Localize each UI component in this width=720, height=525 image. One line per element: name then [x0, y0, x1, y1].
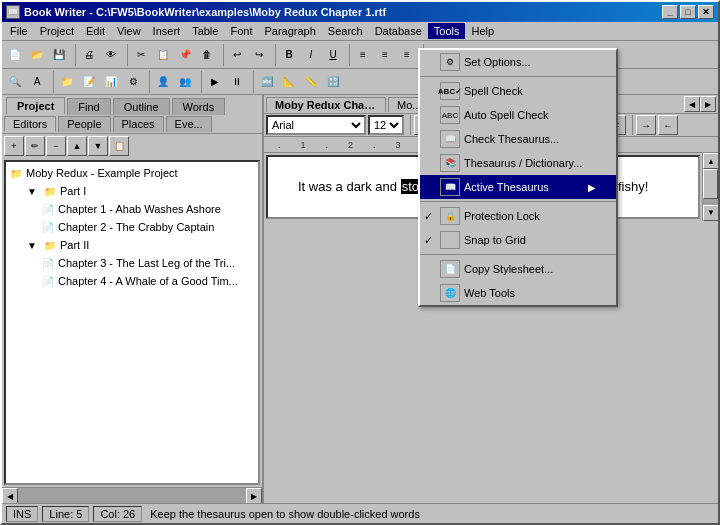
open-button[interactable]: 📂 [26, 44, 48, 66]
extra-btn3[interactable]: 🔤 [256, 71, 278, 93]
project-btn3[interactable]: 📊 [100, 71, 122, 93]
toolbar-sep1 [72, 44, 76, 66]
copy-button[interactable]: 📋 [152, 44, 174, 66]
paste-button[interactable]: 📌 [174, 44, 196, 66]
subtab-places[interactable]: Places [113, 116, 164, 132]
doc-tab-prev[interactable]: ◀ [684, 96, 700, 112]
doc-tab-1[interactable]: Moby Redux Chapter 1.rtf [266, 97, 386, 112]
underline-tb-button[interactable]: U [322, 44, 344, 66]
tree-part1[interactable]: ▼ 📁 Part I [8, 182, 256, 200]
menu-protection-lock[interactable]: 🔒 Protection Lock [420, 204, 616, 228]
extra-btn5[interactable]: 📏 [300, 71, 322, 93]
preview-button[interactable]: 👁 [100, 44, 122, 66]
extra-btn6[interactable]: 🔡 [322, 71, 344, 93]
tree-edit-button[interactable]: ✏ [25, 136, 45, 156]
menu-insert[interactable]: Insert [147, 23, 187, 39]
menu-spell-check[interactable]: ABC✓ Spell Check [420, 79, 616, 103]
menu-set-options[interactable]: ⚙ Set Options... [420, 50, 616, 74]
tree-ch2[interactable]: 📄 Chapter 2 - The Crabby Captain [8, 218, 256, 236]
extra-btn4[interactable]: 📐 [278, 71, 300, 93]
root-label: Moby Redux - Example Project [26, 167, 178, 179]
menu-project[interactable]: Project [34, 23, 80, 39]
menu-thesaurus-dict[interactable]: 📚 Thesaurus / Dictionary... [420, 151, 616, 175]
tree-ch1[interactable]: 📄 Chapter 1 - Ahab Washes Ashore [8, 200, 256, 218]
menu-sep1 [420, 76, 616, 77]
protection-lock-label: Protection Lock [464, 210, 540, 222]
outdent-button[interactable]: ← [658, 115, 678, 135]
menu-copy-stylesheet[interactable]: 📄 Copy Stylesheet... [420, 257, 616, 281]
new-button[interactable]: 📄 [4, 44, 26, 66]
tab-find[interactable]: Find [67, 98, 110, 115]
menu-auto-spell[interactable]: ABC Auto Spell Check [420, 103, 616, 127]
size-select[interactable]: 12 [368, 115, 404, 135]
media-btn2[interactable]: ⏸ [226, 71, 248, 93]
vscroll-down[interactable]: ▼ [703, 205, 718, 221]
left-panel: Project Find Outline Words Editors Peopl… [2, 95, 264, 503]
menu-search[interactable]: Search [322, 23, 369, 39]
menu-active-thesaurus[interactable]: 📖 Active Thesaurus ▶ [420, 175, 616, 199]
save-button[interactable]: 💾 [48, 44, 70, 66]
tree-ch3[interactable]: 📄 Chapter 3 - The Last Leg of the Tri... [8, 254, 256, 272]
tree-ch4[interactable]: 📄 Chapter 4 - A Whale of a Good Tim... [8, 272, 256, 290]
menu-edit[interactable]: Edit [80, 23, 111, 39]
extra-btn2[interactable]: 👥 [174, 71, 196, 93]
tree-up-button[interactable]: ▲ [67, 136, 87, 156]
project-btn1[interactable]: 📁 [56, 71, 78, 93]
ch3-icon: 📄 [40, 255, 56, 271]
tree-delete-button[interactable]: − [46, 136, 66, 156]
menu-web-tools[interactable]: 🌐 Web Tools [420, 281, 616, 305]
bold-tb-button[interactable]: B [278, 44, 300, 66]
menu-snap-to-grid[interactable]: Snap to Grid [420, 228, 616, 252]
menu-table[interactable]: Table [186, 23, 224, 39]
ch1-icon: 📄 [40, 201, 56, 217]
subtab-eve[interactable]: Eve... [166, 116, 212, 132]
tree-add-button[interactable]: + [4, 136, 24, 156]
menu-check-thesaurus[interactable]: 📖 Check Thesaurus... [420, 127, 616, 151]
close-button[interactable]: ✕ [698, 5, 714, 19]
menu-view[interactable]: View [111, 23, 147, 39]
project-btn4[interactable]: ⚙ [122, 71, 144, 93]
media-btn1[interactable]: ▶ [204, 71, 226, 93]
hscroll-left-button[interactable]: ◀ [2, 488, 18, 503]
tab-outline[interactable]: Outline [113, 98, 170, 115]
delete-button[interactable]: 🗑 [196, 44, 218, 66]
hscroll-right-button[interactable]: ▶ [246, 488, 262, 503]
align-right-button[interactable]: ≡ [396, 44, 418, 66]
subtab-editors[interactable]: Editors [4, 116, 56, 132]
vscroll-track [703, 169, 718, 205]
menu-font[interactable]: Font [224, 23, 258, 39]
menu-file[interactable]: File [4, 23, 34, 39]
tab-words[interactable]: Words [172, 98, 226, 115]
tools-dropdown-menu: ⚙ Set Options... ABC✓ Spell Check ABC Au… [418, 48, 618, 307]
style-button[interactable]: A [26, 71, 48, 93]
redo-button[interactable]: ↪ [248, 44, 270, 66]
indent-button[interactable]: → [636, 115, 656, 135]
align-left-button[interactable]: ≡ [352, 44, 374, 66]
tree-properties-button[interactable]: 📋 [109, 136, 129, 156]
tree-down-button[interactable]: ▼ [88, 136, 108, 156]
vscroll-thumb[interactable] [703, 169, 718, 199]
tree-root[interactable]: 📁 Moby Redux - Example Project [8, 164, 256, 182]
menu-database[interactable]: Database [369, 23, 428, 39]
zoom-button[interactable]: 🔍 [4, 71, 26, 93]
align-center-button[interactable]: ≡ [374, 44, 396, 66]
italic-tb-button[interactable]: I [300, 44, 322, 66]
project-btn2[interactable]: 📝 [78, 71, 100, 93]
menu-tools[interactable]: Tools [428, 23, 466, 39]
menu-paragraph[interactable]: Paragraph [258, 23, 321, 39]
maximize-button[interactable]: □ [680, 5, 696, 19]
vscroll-up[interactable]: ▲ [703, 153, 718, 169]
menu-help[interactable]: Help [465, 23, 500, 39]
minimize-button[interactable]: _ [662, 5, 678, 19]
print-button[interactable]: 🖨 [78, 44, 100, 66]
tab-project[interactable]: Project [6, 97, 65, 115]
doc-tab-arrows: ◀ ▶ [684, 96, 716, 112]
cut-button[interactable]: ✂ [130, 44, 152, 66]
extra-btn1[interactable]: 👤 [152, 71, 174, 93]
font-select[interactable]: Arial [266, 115, 366, 135]
tree-part2[interactable]: ▼ 📁 Part II [8, 236, 256, 254]
subtab-people[interactable]: People [58, 116, 110, 132]
undo-button[interactable]: ↩ [226, 44, 248, 66]
snap-to-grid-icon [440, 231, 460, 249]
doc-tab-next[interactable]: ▶ [700, 96, 716, 112]
